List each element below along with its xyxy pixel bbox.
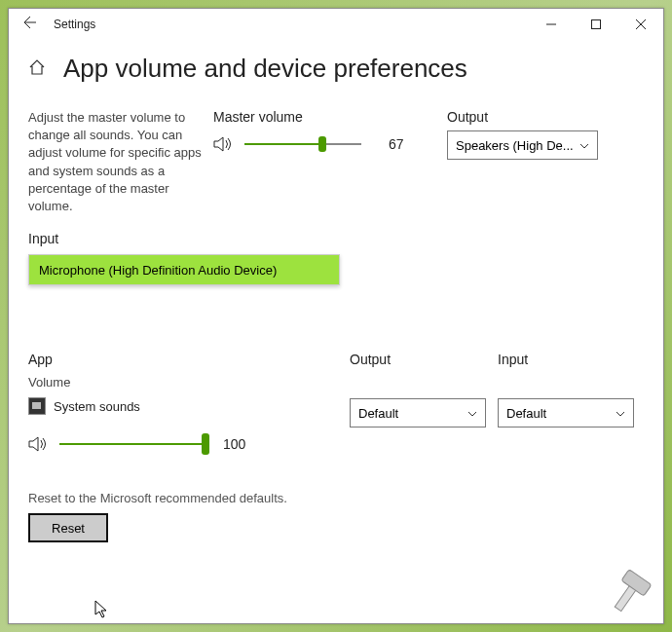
minimize-button[interactable] [529, 9, 574, 40]
speaker-icon [28, 435, 50, 453]
app-name: System sounds [54, 399, 140, 414]
output-dropdown[interactable]: Speakers (High De... [447, 130, 598, 160]
app-output-dropdown[interactable]: Default [350, 398, 486, 428]
input-dropdown[interactable]: Microphone (High Definition Audio Device… [28, 254, 340, 285]
home-icon[interactable] [28, 58, 46, 80]
settings-window: Settings App volume and device preferenc… [8, 8, 664, 624]
reset-button[interactable]: Reset [28, 513, 108, 542]
input-selected: Microphone (High Definition Audio Device… [39, 263, 277, 278]
input-label: Input [28, 231, 644, 246]
close-button[interactable] [618, 9, 663, 40]
column-header-output: Output [350, 352, 498, 367]
titlebar: Settings [9, 9, 663, 40]
description-text: Adjust the master volume to change all s… [28, 109, 204, 215]
svg-rect-1 [592, 20, 601, 29]
system-sounds-icon [28, 397, 46, 415]
output-selected: Speakers (High De... [456, 138, 574, 153]
cursor-icon [94, 600, 110, 619]
reset-button-label: Reset [52, 521, 85, 536]
output-label: Output [447, 109, 603, 125]
volume-label: Volume [28, 375, 350, 390]
master-volume-label: Master volume [213, 109, 428, 125]
page-title: App volume and device preferences [63, 54, 467, 84]
table-row: System sounds [28, 397, 350, 415]
maximize-button[interactable] [574, 9, 618, 40]
master-volume-value: 67 [389, 136, 404, 152]
app-volume-value: 100 [223, 436, 245, 452]
master-volume-slider[interactable] [244, 134, 361, 154]
app-input-dropdown[interactable]: Default [498, 398, 634, 428]
speaker-icon [213, 135, 235, 153]
app-output-selected: Default [358, 406, 398, 421]
chevron-down-icon [616, 407, 625, 419]
window-title: Settings [54, 18, 95, 31]
app-input-selected: Default [506, 406, 546, 421]
app-volume-slider[interactable] [59, 434, 205, 454]
back-button[interactable] [17, 15, 40, 35]
reset-description: Reset to the Microsoft recommended defau… [28, 491, 644, 505]
column-header-input: Input [498, 352, 644, 367]
chevron-down-icon [467, 407, 477, 419]
column-header-app: App [28, 352, 350, 367]
chevron-down-icon [579, 139, 589, 151]
